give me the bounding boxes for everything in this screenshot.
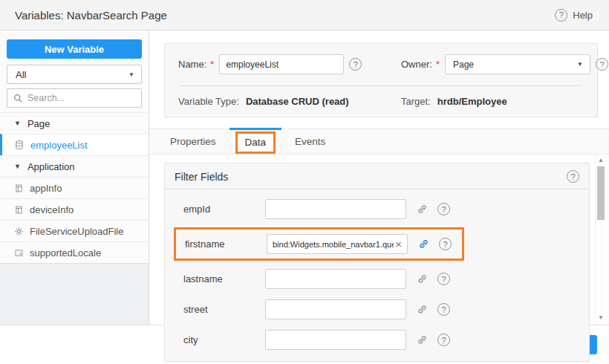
- filter-fields-help-icon[interactable]: ?: [567, 170, 579, 183]
- tree-item-label: FileServiceUploadFile: [30, 226, 123, 237]
- tree-group-application[interactable]: ▼ Application: [0, 155, 149, 177]
- field-label: city: [183, 334, 265, 345]
- field-help-icon[interactable]: ?: [439, 238, 452, 250]
- search-input[interactable]: [27, 93, 135, 103]
- tree-group-label: Page: [27, 118, 50, 129]
- city-input[interactable]: [271, 336, 402, 345]
- variable-name-input[interactable]: [219, 54, 344, 74]
- firstname-bind-input[interactable]: [273, 240, 394, 249]
- category-filter-dropdown[interactable]: All ▼: [7, 65, 142, 84]
- filter-row-empid: empId ?: [165, 194, 589, 224]
- scroll-up-icon[interactable]: ▲: [596, 157, 606, 163]
- sidebar-item-supportedlocale[interactable]: supportedLocale: [0, 241, 149, 263]
- owner-help-icon[interactable]: ?: [596, 58, 608, 71]
- field-input-wrap: [265, 299, 406, 319]
- target-label: Target:: [401, 96, 431, 107]
- tree-item-label: deviceInfo: [30, 204, 74, 215]
- filter-fields-title: Filter Fields: [175, 171, 228, 183]
- target-value: hrdb/Employee: [437, 96, 507, 107]
- tree-item-label: supportedLocale: [30, 247, 101, 259]
- field-input-wrap: ×: [267, 234, 408, 254]
- category-filter-value: All: [16, 69, 26, 80]
- field-label: street: [183, 304, 265, 315]
- help-label: Help: [573, 10, 593, 21]
- field-input-wrap: [265, 330, 406, 350]
- sidebar-item-deviceinfo[interactable]: deviceInfo: [0, 198, 149, 220]
- tree-group-page[interactable]: ▼ Page: [0, 112, 149, 134]
- sidebar-search[interactable]: [7, 88, 142, 108]
- scroll-down-icon[interactable]: ▼: [596, 314, 606, 321]
- empid-input[interactable]: [271, 205, 402, 214]
- field-help-icon[interactable]: ?: [437, 334, 450, 346]
- variables-dialog: Variables: NavbarSearch Page ? Help New …: [0, 0, 609, 364]
- field-help-icon[interactable]: ?: [437, 303, 450, 316]
- owner-value: Page: [453, 59, 474, 70]
- field-help-icon[interactable]: ?: [437, 273, 450, 285]
- name-label: Name:: [178, 59, 206, 70]
- owner-select[interactable]: Page ▼: [445, 54, 590, 74]
- filter-row-city: city ?: [165, 325, 589, 355]
- required-asterisk: *: [210, 59, 214, 70]
- device-icon: [14, 205, 24, 215]
- collapse-caret-icon: ▼: [14, 163, 21, 170]
- required-asterisk: *: [436, 59, 440, 70]
- database-icon: [14, 140, 25, 150]
- scrollbar-thumb[interactable]: [597, 166, 605, 220]
- field-help-icon[interactable]: ?: [437, 203, 450, 215]
- field-input-wrap: [265, 199, 406, 219]
- bind-link-icon[interactable]: [417, 334, 428, 345]
- chevron-down-icon: ▼: [577, 61, 583, 68]
- lastname-input[interactable]: [271, 275, 402, 284]
- tab-events[interactable]: Events: [281, 129, 339, 155]
- page-title: Variables: NavbarSearch Page: [15, 9, 167, 22]
- variable-type-value: Database CRUD (read): [246, 96, 349, 107]
- bind-link-icon[interactable]: [418, 238, 429, 250]
- bind-link-icon[interactable]: [417, 304, 428, 315]
- tab-properties[interactable]: Properties: [157, 129, 229, 155]
- chevron-down-icon: ▼: [128, 71, 134, 78]
- street-input[interactable]: [271, 305, 402, 314]
- dialog-header: Variables: NavbarSearch Page ? Help: [0, 0, 609, 30]
- variable-detail-panel: Name: * ? Owner: * Page ▼ ?: [149, 30, 609, 325]
- sidebar-item-employeelist[interactable]: employeeList: [0, 134, 149, 155]
- locale-doc-icon: [14, 248, 24, 258]
- field-label: empId: [183, 204, 265, 215]
- clear-bind-icon[interactable]: ×: [394, 238, 403, 250]
- bind-link-icon[interactable]: [417, 273, 428, 285]
- field-label: firstname: [185, 238, 267, 250]
- field-label: lastname: [183, 273, 265, 285]
- owner-label: Owner:: [401, 59, 432, 70]
- filter-row-street: street ?: [165, 294, 589, 325]
- vertical-scrollbar[interactable]: ▲ ▼: [595, 155, 606, 322]
- detail-tabs: Properties Data Events: [149, 129, 609, 155]
- variables-sidebar: New Variable All ▼ ▼ Page: [0, 30, 149, 325]
- tab-data[interactable]: Data: [235, 131, 276, 154]
- search-icon: [13, 94, 23, 103]
- variable-summary-panel: Name: * ? Owner: * Page ▼ ?: [164, 43, 598, 117]
- filter-fields-panel: Filter Fields ? empId: [164, 163, 590, 362]
- tree-item-label: appInfo: [30, 183, 62, 194]
- tree-item-label: employeeList: [30, 140, 88, 151]
- variables-tree: ▼ Page employeeList ▼ Applicati: [0, 112, 149, 264]
- filter-row-firstname: firstname ×: [165, 224, 589, 264]
- field-input-wrap: [265, 269, 406, 289]
- help-question-icon: ?: [555, 9, 567, 22]
- new-variable-button[interactable]: New Variable: [7, 39, 142, 59]
- annotation-highlight-box: firstname ×: [174, 227, 464, 261]
- variable-type-label: Variable Type:: [178, 96, 239, 107]
- name-help-icon[interactable]: ?: [349, 58, 362, 71]
- help-link[interactable]: ? Help: [555, 9, 593, 22]
- bind-link-icon[interactable]: [417, 204, 428, 215]
- sidebar-item-fileserviceuploadfile[interactable]: FileServiceUploadFile: [0, 220, 149, 241]
- device-icon: [14, 183, 24, 193]
- filter-row-lastname: lastname ?: [165, 264, 589, 294]
- service-gear-icon: [14, 227, 24, 236]
- tree-group-label: Application: [27, 161, 75, 172]
- sidebar-controls: New Variable All ▼: [0, 30, 149, 112]
- collapse-caret-icon: ▼: [14, 120, 21, 127]
- panel-divider: [180, 85, 582, 86]
- sidebar-item-appinfo[interactable]: appInfo: [0, 177, 149, 198]
